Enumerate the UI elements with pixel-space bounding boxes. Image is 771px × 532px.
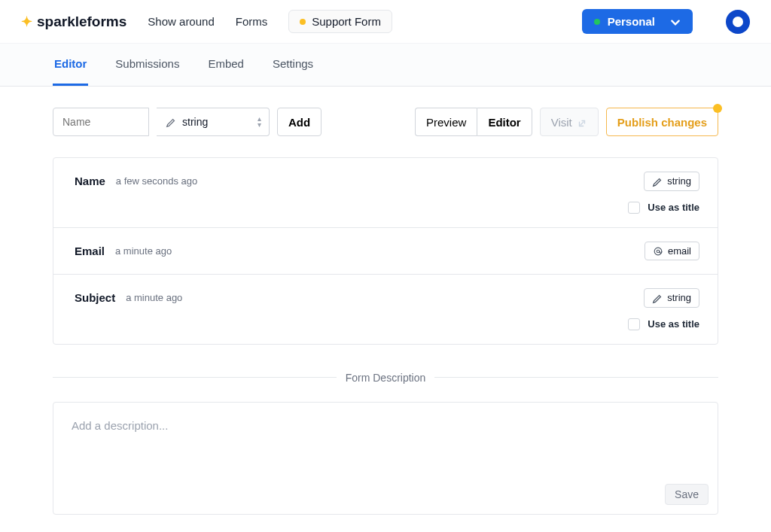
field-row[interactable]: Email a minute ago email — [53, 228, 718, 275]
field-timestamp: a minute ago — [115, 245, 172, 257]
field-type-label: email — [668, 245, 691, 257]
use-as-title-label: Use as title — [648, 318, 699, 330]
chevron-down-icon — [670, 15, 681, 28]
status-dot-icon — [594, 19, 600, 25]
pencil-icon — [652, 175, 663, 187]
publish-label: Publish changes — [617, 116, 707, 129]
description-box: Save — [53, 402, 718, 515]
use-as-title-label: Use as title — [648, 202, 699, 213]
tab-settings[interactable]: Settings — [271, 44, 315, 86]
current-form-chip[interactable]: Support Form — [288, 10, 392, 33]
workspace-label: Personal — [608, 15, 655, 28]
editor-button[interactable]: Editor — [477, 108, 532, 136]
avatar-inner — [733, 17, 743, 27]
field-timestamp: a few seconds ago — [116, 175, 197, 187]
visit-label: Visit — [551, 116, 572, 129]
select-chevron-icon: ▴▾ — [258, 116, 261, 128]
brand-logo[interactable]: ✦ sparkleforms — [21, 14, 126, 30]
nav-show-around[interactable]: Show around — [148, 15, 214, 28]
tab-submissions[interactable]: Submissions — [114, 44, 181, 86]
field-timestamp: a minute ago — [126, 292, 182, 303]
section-divider-label: Form Description — [346, 372, 426, 384]
preview-button[interactable]: Preview — [415, 108, 477, 136]
dot-icon — [300, 19, 306, 25]
field-type-label: string — [667, 175, 691, 187]
sparkle-icon: ✦ — [21, 14, 32, 30]
field-name: Subject — [75, 291, 115, 304]
brand-name: sparkleforms — [37, 14, 126, 30]
use-as-title-checkbox[interactable] — [628, 318, 640, 330]
svg-point-0 — [654, 248, 662, 255]
new-field-type-select[interactable]: string ▴▾ — [157, 108, 270, 136]
pencil-icon — [652, 292, 663, 304]
visit-button[interactable]: Visit — [540, 108, 599, 136]
field-row[interactable]: Subject a minute ago string Use as title — [53, 275, 718, 344]
field-type-pill[interactable]: string — [644, 288, 699, 308]
tab-editor[interactable]: Editor — [53, 44, 88, 86]
workspace-button[interactable]: Personal — [582, 9, 693, 34]
field-type-pill[interactable]: string — [644, 172, 699, 191]
nav-forms[interactable]: Forms — [236, 15, 268, 28]
new-field-name-input[interactable] — [53, 108, 149, 136]
description-textarea[interactable] — [72, 419, 699, 487]
add-field-button[interactable]: Add — [277, 108, 322, 136]
field-row[interactable]: Name a few seconds ago string Use as tit… — [53, 158, 718, 228]
field-name: Name — [75, 175, 105, 187]
current-form-name: Support Form — [312, 15, 381, 28]
field-type-label: string — [667, 292, 691, 303]
field-type-pill[interactable]: email — [645, 242, 699, 261]
field-list: Name a few seconds ago string Use as tit… — [53, 157, 718, 345]
link-icon — [577, 116, 587, 129]
at-icon — [653, 245, 663, 257]
avatar[interactable] — [726, 10, 750, 34]
pencil-icon — [166, 116, 176, 128]
use-as-title-checkbox[interactable] — [628, 202, 640, 214]
section-divider: Form Description — [53, 372, 718, 384]
field-name: Email — [75, 245, 105, 257]
unsaved-changes-dot-icon — [713, 104, 722, 113]
publish-button[interactable]: Publish changes — [606, 108, 718, 136]
svg-point-1 — [657, 250, 660, 253]
type-select-value: string — [182, 116, 208, 128]
view-toggle-group: Preview Editor — [415, 108, 532, 136]
tab-embed[interactable]: Embed — [206, 44, 245, 86]
save-description-button[interactable]: Save — [665, 484, 709, 505]
